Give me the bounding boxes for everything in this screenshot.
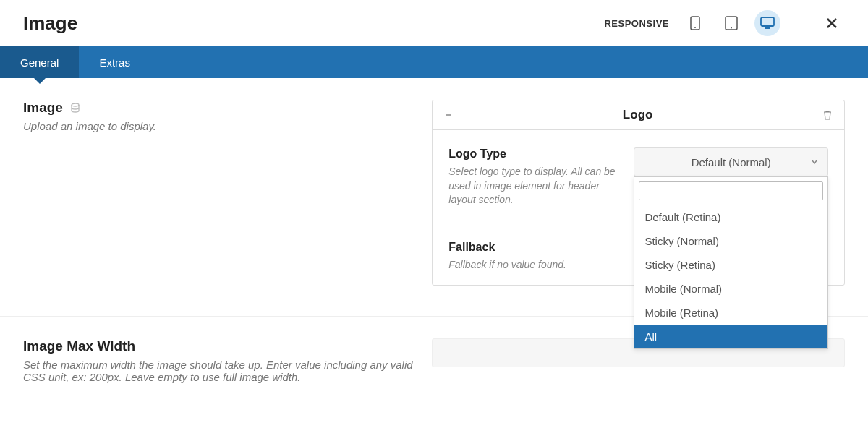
- field-right: Default (Normal): [634, 147, 828, 207]
- close-icon: [826, 17, 838, 29]
- dropdown-option-selected[interactable]: All: [634, 325, 827, 348]
- tab-extras[interactable]: Extras: [79, 46, 150, 78]
- trash-icon: [822, 110, 833, 120]
- section-description: Set the maximum width the image should t…: [23, 359, 417, 383]
- tab-label: General: [20, 56, 59, 69]
- svg-point-1: [694, 27, 696, 28]
- svg-rect-4: [761, 17, 774, 26]
- field-label: Fallback: [448, 241, 619, 254]
- section-description: Upload an image to display.: [23, 120, 417, 132]
- logo-panel: Logo Logo Type Select logo type to displ…: [432, 100, 845, 286]
- vertical-divider: [804, 0, 804, 46]
- minus-icon: [444, 111, 453, 119]
- tab-general[interactable]: General: [0, 46, 79, 78]
- chevron-down-icon: [810, 158, 819, 166]
- responsive-label: RESPONSIVE: [604, 18, 669, 29]
- logo-type-select[interactable]: Default (Normal): [634, 147, 828, 176]
- select-value: Default (Normal): [692, 156, 771, 168]
- top-bar-left: Image: [23, 12, 77, 35]
- dropdown-option[interactable]: Mobile (Normal): [634, 277, 827, 301]
- field-left: Fallback Fallback if no value found.: [448, 241, 619, 273]
- dropdown-list[interactable]: Default (Retina) Sticky (Normal) Sticky …: [634, 205, 827, 348]
- panel-title: Logo: [623, 108, 653, 122]
- page-title: Image: [23, 12, 77, 35]
- field-left: Logo Type Select logo type to display. A…: [448, 147, 619, 207]
- field-description: Select logo type to display. All can be …: [448, 165, 619, 207]
- tablet-icon: [725, 16, 738, 30]
- svg-point-3: [731, 27, 732, 29]
- section-image-right: Logo Logo Type Select logo type to displ…: [432, 100, 845, 286]
- section-image: Image Upload an image to display. Logo: [23, 100, 845, 286]
- database-icon: [70, 103, 80, 113]
- section-title: Image: [23, 100, 63, 116]
- svg-point-5: [72, 103, 79, 106]
- mobile-icon: [690, 16, 700, 30]
- tabs-bar: General Extras: [0, 46, 868, 78]
- logo-panel-body: Logo Type Select logo type to display. A…: [433, 130, 844, 285]
- collapse-button[interactable]: [444, 111, 453, 119]
- content-area: Image Upload an image to display. Logo: [0, 78, 868, 383]
- logo-panel-header: Logo: [433, 100, 844, 130]
- top-bar: Image RESPONSIVE: [0, 0, 868, 46]
- dropdown-option[interactable]: Default (Retina): [634, 205, 827, 229]
- dropdown-search-wrap: [634, 177, 827, 205]
- tab-label: Extras: [99, 56, 130, 69]
- close-button[interactable]: [819, 10, 845, 36]
- dropdown-option[interactable]: Sticky (Normal): [634, 229, 827, 253]
- device-mobile-button[interactable]: [682, 10, 708, 36]
- field-label: Logo Type: [448, 147, 619, 160]
- delete-button[interactable]: [822, 110, 833, 120]
- dropdown-option[interactable]: Sticky (Retina): [634, 253, 827, 277]
- device-desktop-button[interactable]: [754, 10, 780, 36]
- field-logo-type: Logo Type Select logo type to display. A…: [448, 147, 828, 207]
- dropdown-option[interactable]: Mobile (Retina): [634, 301, 827, 325]
- section-image-left: Image Upload an image to display.: [23, 100, 417, 286]
- dropdown-search-input[interactable]: [639, 181, 823, 200]
- section-left: Image Max Width Set the maximum width th…: [23, 338, 417, 383]
- top-bar-right: RESPONSIVE: [604, 0, 845, 46]
- section-title: Image Max Width: [23, 338, 135, 354]
- logo-type-dropdown: Default (Retina) Sticky (Normal) Sticky …: [634, 176, 828, 349]
- field-description: Fallback if no value found.: [448, 258, 619, 273]
- device-tablet-button[interactable]: [718, 10, 744, 36]
- desktop-icon: [760, 17, 775, 30]
